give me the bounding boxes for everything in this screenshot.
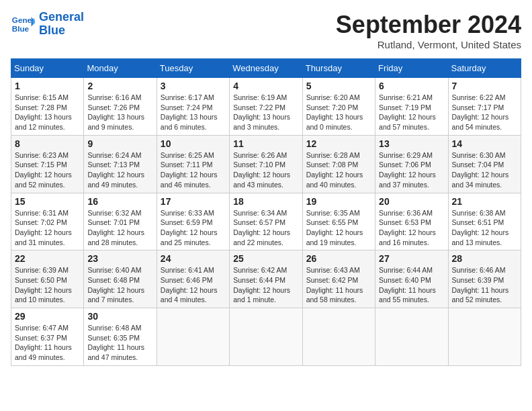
- day-number: 29: [15, 311, 80, 322]
- day-number: 30: [87, 311, 152, 322]
- day-number: 9: [87, 138, 152, 149]
- header-sunday: Sunday: [11, 59, 84, 78]
- month-title: September 2024: [336, 11, 521, 39]
- svg-text:Blue: Blue: [12, 24, 30, 33]
- calendar-cell: 24Sunrise: 6:41 AMSunset: 6:46 PMDayligh…: [157, 250, 229, 308]
- day-number: 17: [161, 196, 226, 207]
- day-number: 16: [87, 196, 152, 207]
- calendar-cell: 6Sunrise: 6:21 AMSunset: 7:19 PMDaylight…: [375, 78, 448, 136]
- calendar-cell: 8Sunrise: 6:23 AMSunset: 7:15 PMDaylight…: [11, 135, 84, 193]
- calendar-cell: 12Sunrise: 6:28 AMSunset: 7:08 PMDayligh…: [302, 135, 375, 193]
- calendar-cell: 18Sunrise: 6:34 AMSunset: 6:57 PMDayligh…: [230, 193, 302, 250]
- day-number: 11: [233, 138, 298, 149]
- day-info: Sunrise: 6:39 AMSunset: 6:50 PMDaylight:…: [15, 265, 80, 305]
- day-info: Sunrise: 6:32 AMSunset: 7:01 PMDaylight:…: [87, 208, 152, 248]
- calendar-cell: 30Sunrise: 6:48 AMSunset: 6:35 PMDayligh…: [84, 308, 157, 366]
- calendar-cell: 21Sunrise: 6:38 AMSunset: 6:51 PMDayligh…: [448, 193, 521, 250]
- day-number: 13: [379, 138, 444, 149]
- header-thursday: Thursday: [302, 59, 375, 78]
- calendar-body: 1Sunrise: 6:15 AMSunset: 7:28 PMDaylight…: [11, 78, 521, 366]
- day-info: Sunrise: 6:48 AMSunset: 6:35 PMDaylight:…: [87, 323, 152, 363]
- logo: General Blue General Blue: [11, 11, 84, 38]
- calendar-cell: 27Sunrise: 6:44 AMSunset: 6:40 PMDayligh…: [375, 250, 448, 308]
- calendar-cell: 3Sunrise: 6:17 AMSunset: 7:24 PMDaylight…: [157, 78, 229, 136]
- calendar-cell: 5Sunrise: 6:20 AMSunset: 7:20 PMDaylight…: [302, 78, 375, 136]
- day-info: Sunrise: 6:22 AMSunset: 7:17 PMDaylight:…: [452, 93, 517, 132]
- calendar-cell: 1Sunrise: 6:15 AMSunset: 7:28 PMDaylight…: [11, 78, 84, 136]
- day-info: Sunrise: 6:42 AMSunset: 6:44 PMDaylight:…: [233, 265, 298, 305]
- day-info: Sunrise: 6:47 AMSunset: 6:37 PMDaylight:…: [15, 323, 80, 363]
- calendar-cell: [157, 308, 229, 366]
- day-number: 22: [15, 253, 80, 264]
- calendar-cell: 16Sunrise: 6:32 AMSunset: 7:01 PMDayligh…: [84, 193, 157, 250]
- day-info: Sunrise: 6:33 AMSunset: 6:59 PMDaylight:…: [161, 208, 226, 248]
- calendar-cell: 23Sunrise: 6:40 AMSunset: 6:48 PMDayligh…: [84, 250, 157, 308]
- day-number: 20: [379, 196, 444, 207]
- day-number: 15: [15, 196, 80, 207]
- calendar-cell: 20Sunrise: 6:36 AMSunset: 6:53 PMDayligh…: [375, 193, 448, 250]
- day-info: Sunrise: 6:20 AMSunset: 7:20 PMDaylight:…: [306, 93, 371, 132]
- page-header: General Blue General Blue September 2024…: [11, 11, 521, 50]
- day-number: 19: [306, 196, 371, 207]
- title-section: September 2024 Rutland, Vermont, United …: [336, 11, 521, 50]
- calendar-header: SundayMondayTuesdayWednesdayThursdayFrid…: [11, 59, 521, 78]
- calendar-table: SundayMondayTuesdayWednesdayThursdayFrid…: [11, 58, 521, 366]
- week-row-4: 22Sunrise: 6:39 AMSunset: 6:50 PMDayligh…: [11, 250, 521, 308]
- day-number: 7: [452, 81, 517, 91]
- day-info: Sunrise: 6:31 AMSunset: 7:02 PMDaylight:…: [15, 208, 80, 248]
- day-info: Sunrise: 6:34 AMSunset: 6:57 PMDaylight:…: [233, 208, 298, 248]
- day-info: Sunrise: 6:16 AMSunset: 7:26 PMDaylight:…: [87, 93, 152, 132]
- day-number: 6: [379, 81, 444, 91]
- logo-line2: Blue: [39, 24, 84, 38]
- header-saturday: Saturday: [448, 59, 521, 78]
- day-number: 4: [233, 81, 298, 91]
- calendar-cell: 14Sunrise: 6:30 AMSunset: 7:04 PMDayligh…: [448, 135, 521, 193]
- day-info: Sunrise: 6:28 AMSunset: 7:08 PMDaylight:…: [306, 150, 371, 190]
- day-info: Sunrise: 6:29 AMSunset: 7:06 PMDaylight:…: [379, 150, 444, 190]
- day-info: Sunrise: 6:24 AMSunset: 7:13 PMDaylight:…: [87, 150, 152, 190]
- day-number: 27: [379, 253, 444, 264]
- day-info: Sunrise: 6:36 AMSunset: 6:53 PMDaylight:…: [379, 208, 444, 248]
- header-friday: Friday: [375, 59, 448, 78]
- day-number: 10: [161, 138, 226, 149]
- day-info: Sunrise: 6:17 AMSunset: 7:24 PMDaylight:…: [161, 93, 226, 132]
- day-info: Sunrise: 6:19 AMSunset: 7:22 PMDaylight:…: [233, 93, 298, 132]
- day-number: 18: [233, 196, 298, 207]
- calendar-cell: 29Sunrise: 6:47 AMSunset: 6:37 PMDayligh…: [11, 308, 84, 366]
- logo-text: General Blue: [39, 11, 84, 38]
- calendar-cell: 2Sunrise: 6:16 AMSunset: 7:26 PMDaylight…: [84, 78, 157, 136]
- location-subtitle: Rutland, Vermont, United States: [336, 39, 521, 50]
- day-info: Sunrise: 6:23 AMSunset: 7:15 PMDaylight:…: [15, 150, 80, 190]
- calendar-cell: 7Sunrise: 6:22 AMSunset: 7:17 PMDaylight…: [448, 78, 521, 136]
- calendar-cell: 13Sunrise: 6:29 AMSunset: 7:06 PMDayligh…: [375, 135, 448, 193]
- calendar-cell: 25Sunrise: 6:42 AMSunset: 6:44 PMDayligh…: [230, 250, 302, 308]
- day-info: Sunrise: 6:43 AMSunset: 6:42 PMDaylight:…: [306, 265, 371, 305]
- day-info: Sunrise: 6:30 AMSunset: 7:04 PMDaylight:…: [452, 150, 517, 190]
- calendar-cell: 17Sunrise: 6:33 AMSunset: 6:59 PMDayligh…: [157, 193, 229, 250]
- logo-icon: General Blue: [11, 12, 35, 36]
- day-number: 21: [452, 196, 517, 207]
- day-number: 24: [161, 253, 226, 264]
- calendar-cell: 19Sunrise: 6:35 AMSunset: 6:55 PMDayligh…: [302, 193, 375, 250]
- day-info: Sunrise: 6:21 AMSunset: 7:19 PMDaylight:…: [379, 93, 444, 132]
- day-number: 1: [15, 81, 80, 91]
- day-info: Sunrise: 6:15 AMSunset: 7:28 PMDaylight:…: [15, 93, 80, 132]
- day-number: 5: [306, 81, 371, 91]
- calendar-cell: 10Sunrise: 6:25 AMSunset: 7:11 PMDayligh…: [157, 135, 229, 193]
- week-row-2: 8Sunrise: 6:23 AMSunset: 7:15 PMDaylight…: [11, 135, 521, 193]
- calendar-cell: 15Sunrise: 6:31 AMSunset: 7:02 PMDayligh…: [11, 193, 84, 250]
- day-number: 28: [452, 253, 517, 264]
- week-row-5: 29Sunrise: 6:47 AMSunset: 6:37 PMDayligh…: [11, 308, 521, 366]
- day-info: Sunrise: 6:44 AMSunset: 6:40 PMDaylight:…: [379, 265, 444, 305]
- day-info: Sunrise: 6:46 AMSunset: 6:39 PMDaylight:…: [452, 265, 517, 305]
- header-monday: Monday: [84, 59, 157, 78]
- day-info: Sunrise: 6:41 AMSunset: 6:46 PMDaylight:…: [161, 265, 226, 305]
- week-row-3: 15Sunrise: 6:31 AMSunset: 7:02 PMDayligh…: [11, 193, 521, 250]
- logo-line1: General: [39, 11, 84, 24]
- calendar-cell: 22Sunrise: 6:39 AMSunset: 6:50 PMDayligh…: [11, 250, 84, 308]
- calendar-cell: 9Sunrise: 6:24 AMSunset: 7:13 PMDaylight…: [84, 135, 157, 193]
- calendar-cell: [302, 308, 375, 366]
- day-info: Sunrise: 6:26 AMSunset: 7:10 PMDaylight:…: [233, 150, 298, 190]
- header-row: SundayMondayTuesdayWednesdayThursdayFrid…: [11, 59, 521, 78]
- calendar-cell: 4Sunrise: 6:19 AMSunset: 7:22 PMDaylight…: [230, 78, 302, 136]
